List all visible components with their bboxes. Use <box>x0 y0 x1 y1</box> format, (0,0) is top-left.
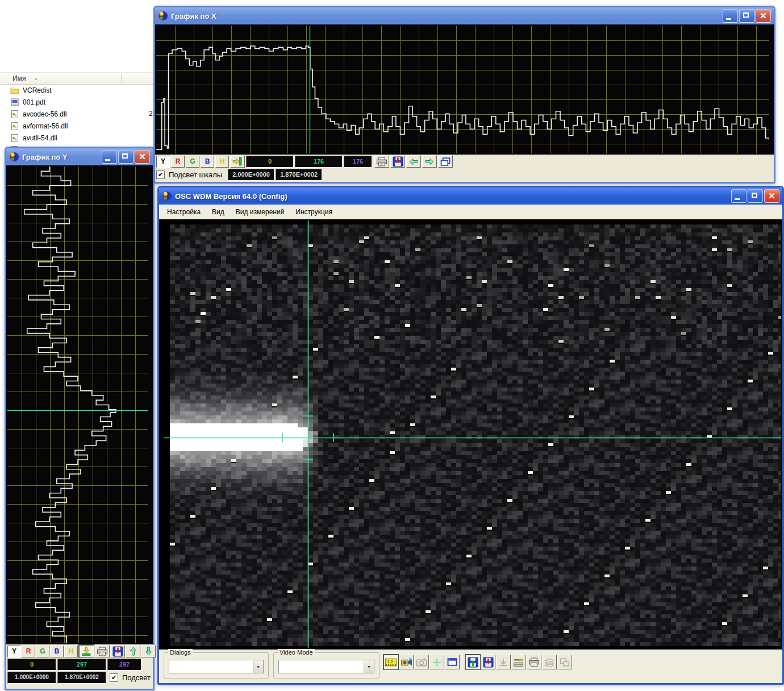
graph-y-toolbar-row1: YRGBH <box>6 644 153 658</box>
minimize-button[interactable] <box>102 150 117 164</box>
y-index-readout: 0 <box>7 659 56 671</box>
channel-button-y[interactable]: Y <box>7 646 21 657</box>
copy-frame-icon-button <box>557 655 572 669</box>
graph-x-toolbar-row1: YRGBH 0 176 176 <box>155 155 774 168</box>
maximize-button[interactable] <box>739 9 754 23</box>
graph-y-plot-canvas[interactable] <box>7 166 148 643</box>
marker-x-icon-button[interactable] <box>230 155 245 168</box>
file-row[interactable]: VCRedist <box>0 84 153 96</box>
print-icon-button[interactable] <box>527 655 541 669</box>
graph-y-window: График по Y ✕ YRGBH 0 297 297 1.000E+000… <box>5 147 155 690</box>
save-floppy-icon-button[interactable] <box>390 155 405 168</box>
channel-button-g[interactable]: G <box>36 646 49 657</box>
graph-y-titlebar[interactable]: График по Y ✕ <box>6 148 153 165</box>
close-button[interactable]: ✕ <box>756 9 771 23</box>
minimize-button[interactable] <box>731 189 747 203</box>
ruler-12-icon-button[interactable]: 1 2 <box>383 655 398 669</box>
file-row[interactable]: avformat-56.dll <box>0 120 153 132</box>
graph-x-plot-canvas[interactable] <box>156 26 769 153</box>
file-row[interactable]: avutil-54.dll <box>0 132 153 144</box>
pdt-file-icon <box>10 98 19 107</box>
dialogs-groupbox: Dialogs ▼ <box>164 652 269 678</box>
menu-item[interactable]: Вид измерений <box>230 205 290 219</box>
channel-button-y[interactable]: Y <box>156 156 170 168</box>
save-floppy-icon-button[interactable] <box>481 655 495 669</box>
hand-icon-button <box>496 655 511 669</box>
graph-y-toolbar-row3: 1.000E+0000 1.870E+0002 ✔ Подсвет <box>6 671 153 684</box>
x-scale-min-readout: 2.000E+0000 <box>228 169 274 181</box>
crosshair-icon-button[interactable] <box>429 655 444 669</box>
graph-y-title: График по Y <box>22 153 99 161</box>
video-mode-label: Video Mode <box>278 649 315 656</box>
graph-x-window: График по X ✕ YRGBH 0 176 176 ✔ Подсвет … <box>153 6 775 184</box>
video-mode-value <box>279 660 364 673</box>
chevron-down-icon[interactable]: ▼ <box>364 660 374 673</box>
video-frame-area <box>159 219 782 650</box>
file-name: VCRedist <box>23 86 52 94</box>
x-index-readout: 0 <box>246 156 294 168</box>
osc-main-window: OSC WDM Версия 64.0 (Config) ✕ Настройка… <box>157 186 784 685</box>
file-row[interactable]: 001.pdt <box>0 96 153 108</box>
tools-icon-button[interactable] <box>511 655 526 669</box>
y-cursor2-readout: 297 <box>107 659 141 671</box>
desktop: Имя ▲ VCRedist001.pdtavcodec-56.dll23avf… <box>0 0 784 691</box>
dialogs-dropdown[interactable]: ▼ <box>169 660 264 673</box>
maximize-button[interactable] <box>748 189 763 203</box>
close-button[interactable]: ✕ <box>135 150 150 164</box>
folder-icon <box>10 86 19 95</box>
marker-y-icon-button[interactable] <box>79 645 94 657</box>
main-icon-toolbar: 1 2 <box>383 655 572 669</box>
channel-button-r[interactable]: R <box>22 646 35 657</box>
arrow-up-icon-button[interactable] <box>126 645 140 657</box>
minimize-button[interactable] <box>723 9 738 23</box>
chevron-down-icon[interactable]: ▼ <box>253 660 263 673</box>
main-titlebar[interactable]: OSC WDM Версия 64.0 (Config) ✕ <box>159 188 782 205</box>
channel-button-b[interactable]: B <box>50 646 64 657</box>
app-icon <box>162 191 172 201</box>
graph-y-toolbar-row2: 0 297 297 <box>6 658 153 671</box>
app-icon <box>9 152 19 162</box>
video-image-canvas[interactable] <box>164 220 781 648</box>
svg-text:1 2: 1 2 <box>387 659 393 663</box>
file-name: avutil-54.dll <box>23 134 57 142</box>
column-header-label: Имя <box>12 74 26 82</box>
windows-icon-button[interactable] <box>438 155 453 168</box>
arrow-left-icon-button[interactable] <box>406 155 421 168</box>
highlight-checkbox[interactable]: ✔ <box>110 673 118 682</box>
arrow-down-icon-button[interactable] <box>141 645 156 657</box>
x-scale-max-readout: 1.870E+0002 <box>276 169 322 181</box>
channel-button-r[interactable]: R <box>171 156 185 168</box>
print-icon-button[interactable] <box>374 155 389 168</box>
menu-item[interactable]: Настройка <box>161 205 206 219</box>
load-floppy-icon-button[interactable] <box>465 655 480 669</box>
dll-file-icon <box>10 134 19 143</box>
close-button[interactable]: ✕ <box>764 189 779 203</box>
file-row[interactable]: avcodec-56.dll23 <box>0 108 153 120</box>
menu-bar: НастройкаВидВид измеренийИнструкция <box>159 205 782 219</box>
maximize-button[interactable] <box>118 150 134 164</box>
menu-item[interactable]: Вид <box>206 205 230 219</box>
file-name: 001.pdt <box>23 98 45 106</box>
graph-x-titlebar[interactable]: График по X ✕ <box>155 7 774 24</box>
file-list-header-name[interactable]: Имя ▲ <box>0 72 153 85</box>
scale-highlight-checkbox[interactable]: ✔ <box>156 170 165 179</box>
arrow-right-icon-button[interactable] <box>422 155 437 168</box>
main-title: OSC WDM Версия 64.0 (Config) <box>175 192 728 201</box>
file-name: avcodec-56.dll <box>23 110 66 118</box>
channel-button-h[interactable]: H <box>215 156 229 168</box>
channel-button-g[interactable]: G <box>186 156 199 168</box>
channel-button-h[interactable]: H <box>64 646 78 657</box>
save-floppy-icon-button[interactable] <box>110 645 125 657</box>
window-icon-button[interactable] <box>445 655 460 669</box>
graph-x-title: График по X <box>171 12 720 20</box>
channel-button-b[interactable]: B <box>201 156 214 168</box>
app-icon <box>158 11 168 21</box>
x-cursor2-readout: 176 <box>344 156 372 168</box>
column-divider[interactable] <box>121 74 122 83</box>
layers-icon-button <box>542 655 557 669</box>
video-adjust-icon-button[interactable] <box>399 655 414 669</box>
menu-item[interactable]: Инструкция <box>290 205 338 219</box>
video-mode-dropdown[interactable]: ▼ <box>278 660 374 673</box>
y-scale-max-readout: 1.870E+0002 <box>57 672 106 684</box>
print-icon-button[interactable] <box>95 645 110 657</box>
